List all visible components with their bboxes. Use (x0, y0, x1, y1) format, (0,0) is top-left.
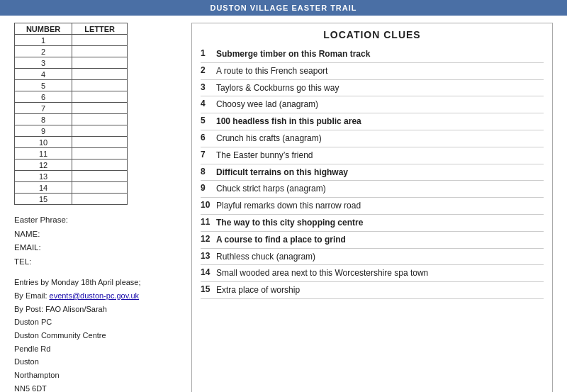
table-row: 5 (15, 80, 128, 91)
clue-number: 12 (201, 234, 216, 244)
entries-street: Pendle Rd (14, 342, 177, 356)
clue-text: Small wooded area next to this Worcester… (216, 267, 428, 279)
entries-post-line: By Post: FAO Alison/Sarah (14, 303, 177, 316)
clue-text: Playful remarks down this narrow road (216, 200, 361, 212)
row-number: 6 (15, 91, 72, 103)
clue-row: 11The way to this city shopping centre (201, 215, 544, 232)
header-title: DUSTON VILLAGE EASTER TRAIL (210, 4, 357, 12)
clue-text: The Easter bunny’s friend (216, 150, 313, 162)
clue-text: Crunch his crafts (anagram) (216, 133, 322, 145)
entry-info: Easter Phrase: NAME: EMAIL: TEL: (14, 213, 177, 269)
row-number: 10 (15, 137, 72, 148)
clue-text: Taylors & Cockburns go this way (216, 82, 339, 94)
right-column: LOCATION CLUES 1Submerge timber on this … (191, 23, 553, 392)
row-letter (72, 148, 128, 159)
entries-intro: Entries by Monday 18th April please; (14, 276, 177, 289)
table-row: 9 (15, 125, 128, 137)
row-letter (72, 103, 128, 114)
clue-row: 4Choosy wee lad (anagram) (201, 96, 544, 113)
clue-number: 10 (201, 200, 216, 210)
table-row: 8 (15, 114, 128, 125)
entries-venue: Duston Community Centre (14, 329, 177, 342)
table-row: 11 (15, 148, 128, 159)
row-number: 4 (15, 69, 72, 80)
clue-row: 3Taylors & Cockburns go this way (201, 80, 544, 97)
table-row: 1 (15, 35, 128, 46)
table-row: 10 (15, 137, 128, 148)
row-number: 8 (15, 114, 72, 125)
clue-number: 4 (201, 99, 216, 108)
row-letter (72, 69, 128, 80)
clue-row: 2A route to this French seaport (201, 63, 544, 80)
main-content: NUMBER LETTER 123456789101112131415 East… (0, 16, 567, 392)
clue-row: 12A course to find a place to grind (201, 232, 544, 249)
entries-org: Duston PC (14, 315, 177, 329)
row-letter (72, 194, 128, 205)
entries-email-line: By Email: events@duston-pc.gov.uk (14, 289, 177, 303)
clue-number: 1 (201, 48, 216, 58)
row-number: 15 (15, 194, 72, 205)
clue-row: 7The Easter bunny’s friend (201, 147, 544, 164)
row-letter (72, 46, 128, 57)
page-header: DUSTON VILLAGE EASTER TRAIL (0, 0, 567, 16)
clue-text: A route to this French seaport (216, 65, 327, 77)
clue-text: Difficult terrains on this highway (216, 167, 348, 179)
clue-text: 100 headless fish in this public area (216, 116, 361, 128)
table-row: 3 (15, 57, 128, 69)
table-row: 7 (15, 103, 128, 114)
clues-container: 1Submerge timber on this Roman track2A r… (201, 46, 544, 299)
clue-row: 8Difficult terrains on this highway (201, 164, 544, 181)
clue-number: 2 (201, 65, 216, 75)
name-label: NAME: (14, 228, 177, 242)
clue-number: 7 (201, 150, 216, 159)
clue-row: 6Crunch his crafts (anagram) (201, 130, 544, 147)
row-letter (72, 137, 128, 148)
row-number: 14 (15, 182, 72, 194)
table-row: 6 (15, 91, 128, 103)
clue-text: A course to find a place to grind (216, 234, 346, 246)
clue-row: 10Playful remarks down this narrow road (201, 198, 544, 215)
clue-number: 3 (201, 82, 216, 92)
clue-row: 1Submerge timber on this Roman track (201, 46, 544, 63)
col-letter-header: LETTER (72, 23, 128, 35)
row-letter (72, 91, 128, 103)
easter-phrase-label: Easter Phrase: (14, 213, 177, 228)
entries-postcode: NN5 6DT (14, 382, 177, 392)
clue-number: 14 (201, 267, 216, 277)
table-row: 13 (15, 171, 128, 182)
row-letter (72, 114, 128, 125)
clue-number: 6 (201, 133, 216, 142)
row-letter (72, 57, 128, 69)
table-row: 12 (15, 159, 128, 171)
row-number: 3 (15, 57, 72, 69)
clue-row: 15Extra place of worship (201, 282, 544, 299)
clues-title: LOCATION CLUES (201, 29, 544, 40)
clue-text: Extra place of worship (216, 284, 300, 296)
row-letter (72, 80, 128, 91)
clue-text: Submerge timber on this Roman track (216, 48, 370, 60)
row-number: 9 (15, 125, 72, 137)
clue-row: 14Small wooded area next to this Worcest… (201, 265, 544, 282)
row-number: 12 (15, 159, 72, 171)
clue-number: 8 (201, 167, 216, 177)
clue-row: 13Ruthless chuck (anagram) (201, 249, 544, 266)
row-number: 13 (15, 171, 72, 182)
email-link[interactable]: events@duston-pc.gov.uk (50, 291, 140, 300)
clue-number: 11 (201, 217, 216, 227)
left-column: NUMBER LETTER 123456789101112131415 East… (14, 23, 177, 392)
row-number: 1 (15, 35, 72, 46)
row-number: 7 (15, 103, 72, 114)
clue-number: 9 (201, 183, 216, 193)
clue-number: 5 (201, 116, 216, 125)
clue-number: 13 (201, 251, 216, 261)
entries-county: Northampton (14, 369, 177, 382)
clue-text: Chuck strict harps (anagram) (216, 183, 326, 195)
table-row: 2 (15, 46, 128, 57)
row-letter (72, 171, 128, 182)
clue-text: Ruthless chuck (anagram) (216, 251, 315, 263)
tel-label: TEL: (14, 255, 177, 269)
clue-text: The way to this city shopping centre (216, 217, 363, 229)
row-letter (72, 35, 128, 46)
row-letter (72, 159, 128, 171)
table-row: 15 (15, 194, 128, 205)
